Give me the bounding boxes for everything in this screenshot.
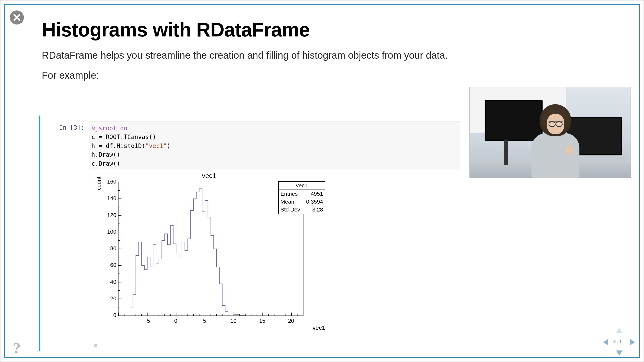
stats-stddev-label: Std Dev (280, 206, 300, 213)
x-tick-label: 10 (230, 318, 236, 324)
close-icon (12, 13, 21, 22)
nav-prev-button[interactable] (603, 339, 608, 345)
stats-entries-label: Entries (280, 191, 298, 197)
x-tick-label: 0 (174, 318, 177, 324)
x-axis-label: vec1 (312, 324, 325, 331)
code-line-3b: "vec1" (145, 142, 167, 149)
stats-entries-value: 4951 (311, 191, 323, 197)
slide-navigation: 3 . 1 (603, 328, 635, 355)
page-indicator: 3 . 1 (613, 339, 622, 344)
y-tick-label: 100 (104, 228, 116, 235)
resize-handle-icon[interactable] (94, 344, 98, 347)
close-button[interactable] (10, 11, 24, 25)
code-line-1: %jsroot on (92, 125, 128, 132)
page-subtitle: RDataFrame helps you streamline the crea… (42, 50, 631, 61)
x-tick-label: 15 (259, 318, 265, 324)
y-tick-label: 120 (104, 212, 116, 218)
x-tick-label: 5 (203, 318, 206, 324)
code-line-3a: h = df.Histo1D( (92, 142, 145, 149)
stats-mean-value: 0.3594 (306, 198, 323, 205)
y-tick-label: 20 (104, 295, 116, 302)
stats-row-stddev: Std Dev 3.28 (279, 206, 325, 214)
example-label: For example: (42, 70, 631, 81)
stats-title: vec1 (279, 182, 325, 190)
histogram-chart[interactable]: vec1 count vec1 vec1 Entries 4951 (93, 171, 325, 337)
code-line-5: c.Draw() (92, 160, 120, 167)
code-line-4: h.Draw() (92, 151, 120, 158)
stats-stddev-value: 3.28 (312, 206, 323, 213)
webcam-presenter (529, 104, 580, 172)
presenter-webcam[interactable] (470, 87, 630, 178)
chart-title: vec1 (93, 172, 325, 180)
code-body[interactable]: %jsroot on c = ROOT.TCanvas() h = df.His… (89, 122, 460, 170)
y-tick-label: 80 (104, 245, 116, 252)
nav-up-button[interactable] (616, 328, 622, 333)
nav-down-button[interactable] (616, 350, 622, 355)
y-tick-label: 140 (104, 195, 116, 202)
webcam-monitor-stand (504, 140, 508, 165)
y-tick-label: 60 (104, 262, 116, 268)
slide-content: Histograms with RDataFrame RDataFrame he… (39, 19, 631, 357)
window-frame: ? Histograms with RDataFrame RDataFrame … (0, 0, 644, 362)
code-line-2: c = ROOT.TCanvas() (92, 133, 156, 141)
y-tick-label: 40 (104, 278, 116, 285)
help-button[interactable]: ? (10, 341, 24, 355)
stats-row-mean: Mean 0.3594 (279, 198, 325, 206)
histogram-path (118, 182, 303, 315)
code-line-3c: ) (167, 142, 170, 149)
page-title: Histograms with RDataFrame (42, 19, 631, 41)
y-tick-label: 160 (104, 178, 116, 185)
stats-row-entries: Entries 4951 (279, 190, 325, 198)
stats-box[interactable]: vec1 Entries 4951 Mean 0.3594 Std Dev 3.… (278, 181, 325, 214)
x-tick-label: 20 (288, 318, 294, 324)
x-tick-label: −5 (144, 318, 150, 324)
y-tick-label: 0 (104, 312, 116, 318)
stats-mean-label: Mean (280, 198, 294, 205)
nav-next-button[interactable] (630, 339, 635, 345)
y-axis-label: count (96, 177, 102, 190)
cell-prompt: In [3]: (42, 122, 89, 131)
plot-area (118, 182, 304, 316)
